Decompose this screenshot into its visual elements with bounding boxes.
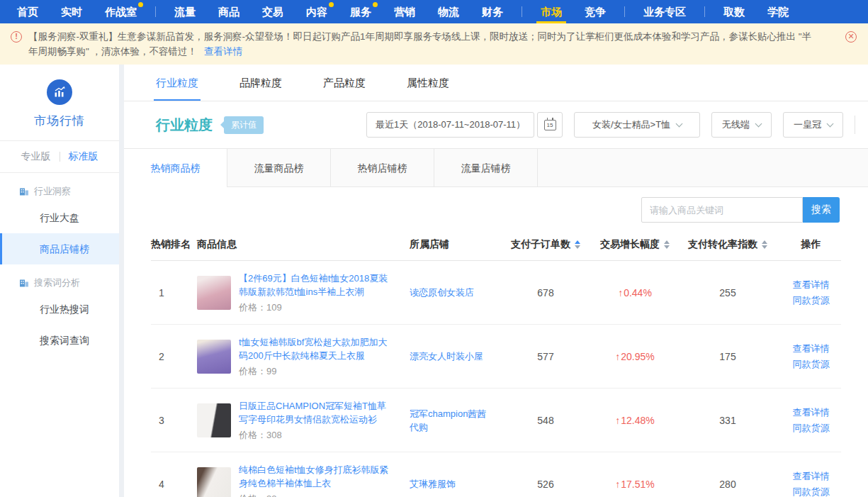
search-input[interactable] [641,197,803,223]
close-icon[interactable]: ✕ [845,31,857,43]
tab-product-granularity[interactable]: 产品粒度 [323,65,366,101]
calendar-button[interactable]: 15 [537,112,563,138]
growth-value: ↑0.44% [595,287,675,298]
same-source-link[interactable]: 同款货源 [781,293,841,308]
nav-item-label: 竞争 [585,6,606,18]
date-range-selector[interactable]: 最近1天（2018-07-11~2018-07-11） [366,112,534,138]
conversion-value: 280 [675,479,781,490]
product-title-link[interactable]: t恤女短袖韩版bf宽松超大款加肥加大码200斤中长款纯棉夏天上衣服 [239,335,392,362]
col-header-orders[interactable]: 支付子订单数 [496,238,595,251]
chevron-down-icon [755,120,762,127]
view-detail-link[interactable]: 查看详情 [781,405,841,420]
same-source-link[interactable]: 同款货源 [781,420,841,436]
nav-item-label: 作战室 [105,6,137,18]
tab-industry-granularity[interactable]: 行业粒度 [156,65,198,101]
tab-traffic-products[interactable]: 流量商品榜 [227,149,331,186]
tab-hot-sale-shops[interactable]: 热销店铺榜 [331,149,434,186]
tab-standard-version[interactable]: 标准版 [60,150,107,163]
notice-banner: ! 【服务洞察-双重礼】生意参谋新品首发，服务洞察-众望登场！即日起订购产品1年… [0,23,868,65]
product-image[interactable] [197,467,231,497]
nav-item-academy[interactable]: 学院 [756,0,800,23]
granularity-tabs: 行业粒度 品牌粒度 产品粒度 属性粒度 [124,65,868,101]
same-source-link[interactable]: 同款货源 [781,484,841,497]
nav-item-product[interactable]: 商品 [207,0,251,23]
terminal-dropdown[interactable]: 无线端 [711,112,772,138]
nav-item-label: 服务 [350,6,371,18]
nav-item-service[interactable]: 服务 [339,0,383,23]
sidebar-item-hot-search-words[interactable]: 行业热搜词 [0,294,119,325]
search-bar: 搜索 [124,187,868,231]
nav-item-competition[interactable]: 竞争 [573,0,617,23]
product-title-link[interactable]: 【2件69元】白色短袖t恤女2018夏装韩版新款韩范t恤ins半袖上衣潮 [239,272,392,298]
product-image[interactable] [197,340,231,374]
chevron-down-icon [827,120,834,127]
nav-item-realtime[interactable]: 实时 [50,0,94,23]
nav-item-marketing[interactable]: 营销 [383,0,427,23]
tab-traffic-shops[interactable]: 流量店铺榜 [434,149,538,186]
notification-dot [138,2,143,7]
nav-item-transaction[interactable]: 交易 [251,0,295,23]
banner-detail-link[interactable]: 查看详情 [204,46,242,57]
nav-item-war-room[interactable]: 作战室 [94,0,148,23]
shop-link[interactable]: 艾琳雅服饰 [410,477,496,491]
category-dropdown[interactable]: 女装/女士精品>T恤 [574,112,700,138]
nav-item-business-zone[interactable]: 业务专区 [632,0,697,23]
row-actions: 查看详情 同款货源 [781,341,841,372]
sidebar-item-product-shop-rank[interactable]: 商品店铺榜 [0,233,119,264]
nav-item-finance[interactable]: 财务 [470,0,514,23]
tab-hot-sale-products[interactable]: 热销商品榜 [124,149,227,186]
view-detail-link[interactable]: 查看详情 [781,469,841,484]
growth-value: ↑20.95% [595,351,675,362]
product-image[interactable] [197,276,231,310]
nav-item-label: 学院 [767,6,789,18]
nav-item-market[interactable]: 市场 [529,0,573,23]
tab-pro-version[interactable]: 专业版 [13,150,60,163]
col-header-growth[interactable]: 交易增长幅度 [595,238,675,251]
conversion-value: 331 [675,415,781,426]
shop-link[interactable]: 读恋原创女装店 [410,286,496,299]
same-source-link[interactable]: 同款货源 [781,357,841,372]
orders-value: 678 [496,287,595,298]
product-price: 价格：99 [239,365,392,378]
product-price: 价格：308 [239,429,392,442]
nav-item-label: 业务专区 [643,6,686,18]
shop-link[interactable]: 冠军champion茜茜代购 [410,407,496,434]
sidebar-item-industry-overview[interactable]: 行业大盘 [0,202,119,233]
sidebar-item-search-word-query[interactable]: 搜索词查询 [0,325,119,356]
nav-item-content[interactable]: 内容 [295,0,339,23]
rank-value: 4 [151,479,197,490]
view-detail-link[interactable]: 查看详情 [781,277,841,293]
app-title: 市场行情 [0,113,119,129]
view-detail-link[interactable]: 查看详情 [781,341,841,357]
nav-item-traffic[interactable]: 流量 [163,0,207,23]
shop-link[interactable]: 漂亮女人时装小屋 [410,350,496,363]
nav-item-label: 交易 [262,6,283,18]
sidebar-section-label: 搜索词分析 [34,277,80,289]
col-header-conversion[interactable]: 支付转化率指数 [675,238,781,251]
nav-item-logistics[interactable]: 物流 [427,0,470,23]
nav-item-data-fetch[interactable]: 取数 [712,0,756,23]
nav-item-label: 首页 [17,6,38,18]
product-title-link[interactable]: 日版正品CHAMPION冠军短袖T恤草写字母印花男女情侣款宽松运动衫 [239,399,392,426]
product-title-link[interactable]: 纯棉白色短袖t恤女修身打底衫韩版紧身纯色棉半袖体恤上衣 [239,463,392,490]
product-image[interactable] [197,403,231,437]
sort-icon[interactable] [664,240,670,249]
chevron-down-icon [676,120,683,127]
search-button[interactable]: 搜索 [803,197,840,223]
nav-item-home[interactable]: 首页 [6,0,50,23]
nav-item-label: 营销 [394,6,415,18]
table-row: 2 t恤女短袖韩版bf宽松超大款加肥加大码200斤中长款纯棉夏天上衣服 价格：9… [151,325,841,389]
version-switcher: 专业版 标准版 [0,141,119,173]
orders-value: 526 [496,479,595,490]
rank-table: 热销排名 商品信息 所属店铺 支付子订单数 交易增长幅度 支付转化率指数 操作 [124,231,868,497]
rank-value: 3 [151,415,197,426]
sidebar-item-label: 商品店铺榜 [40,243,89,255]
nav-divider [704,6,705,17]
tab-brand-granularity[interactable]: 品牌粒度 [239,65,282,101]
sort-icon[interactable] [575,240,580,249]
sort-icon[interactable] [762,240,767,249]
shop-level-dropdown[interactable]: 一皇冠 [783,112,843,138]
divider [855,116,855,134]
tab-attribute-granularity[interactable]: 属性粒度 [407,65,449,101]
sidebar-section-search-analysis: 搜索词分析 [0,264,119,294]
